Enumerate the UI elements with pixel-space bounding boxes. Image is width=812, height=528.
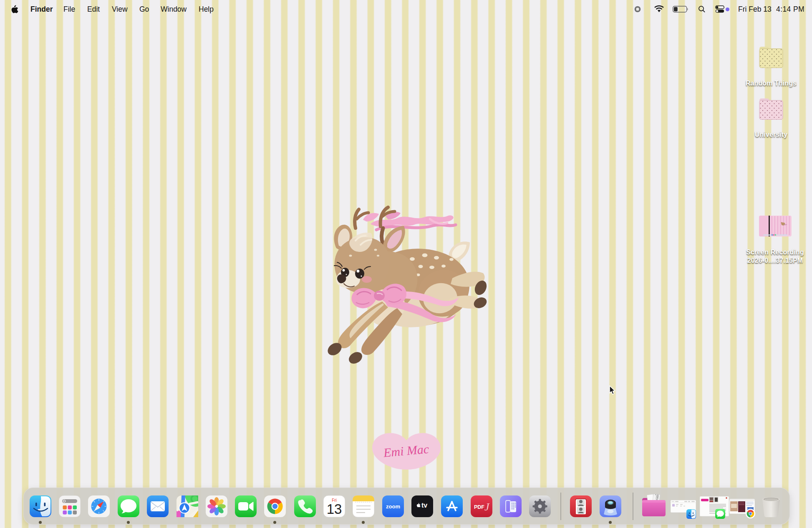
svg-text:PDF: PDF bbox=[474, 504, 484, 510]
svg-text:tv: tv bbox=[421, 502, 427, 509]
svg-text:13: 13 bbox=[327, 501, 342, 517]
svg-text:J: J bbox=[484, 501, 490, 513]
svg-text:zoom: zoom bbox=[386, 503, 400, 510]
